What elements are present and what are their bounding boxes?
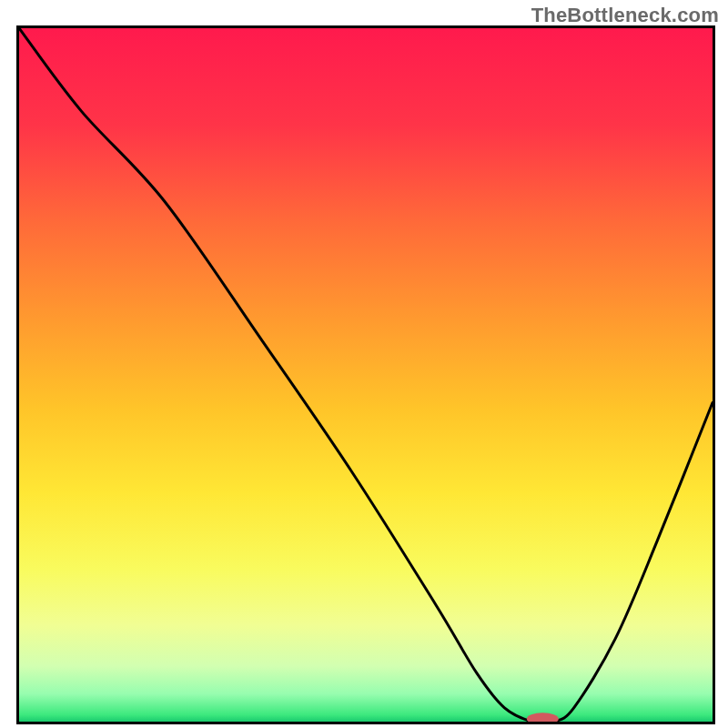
plot-svg [19, 28, 713, 722]
plot-area [16, 25, 715, 724]
watermark-text: TheBottleneck.com [531, 4, 719, 27]
gradient-rect [19, 28, 713, 722]
chart-frame: TheBottleneck.com [0, 0, 728, 728]
